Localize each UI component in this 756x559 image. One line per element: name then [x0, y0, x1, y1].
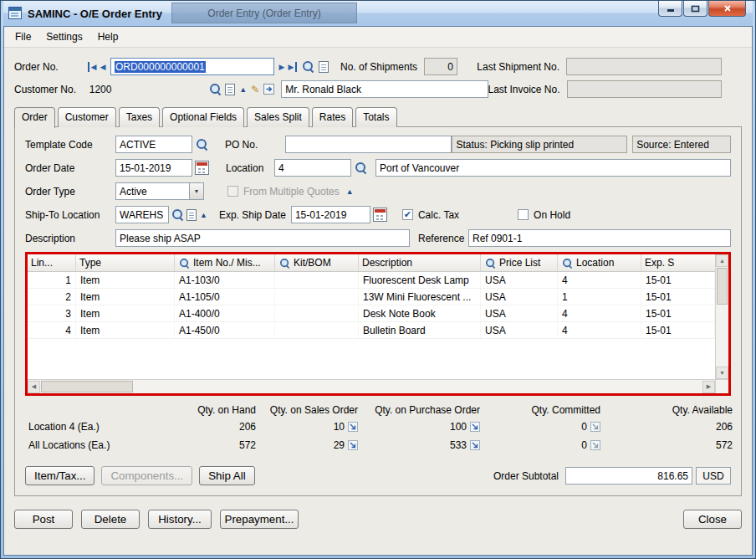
cell-kit-bom[interactable] [275, 322, 359, 338]
po-no-input[interactable] [285, 136, 452, 153]
ship-to-zoom-icon[interactable]: ▲ [200, 211, 207, 219]
menu-settings[interactable]: Settings [38, 28, 89, 46]
previous-record-button[interactable]: ◀ [98, 62, 108, 72]
drilldown-icon[interactable] [470, 440, 480, 450]
last-record-button[interactable]: ▶ [287, 62, 297, 72]
cell-price-list[interactable]: USA [481, 289, 558, 305]
location-input[interactable]: 4 [274, 159, 351, 177]
template-finder-icon[interactable] [196, 138, 208, 151]
exp-ship-date-calendar-icon[interactable] [373, 208, 387, 222]
kit-finder-icon[interactable] [279, 258, 290, 269]
ship-to-new-icon[interactable] [186, 209, 197, 221]
exp-ship-date-input[interactable]: 15-01-2019 [291, 206, 370, 223]
new-customer-icon[interactable] [225, 84, 235, 95]
grid-row-2[interactable]: 2 Item A1-105/0 13W Mini Fluorescent ...… [28, 289, 715, 305]
description-input[interactable]: Please ship ASAP [115, 229, 410, 247]
cell-price-list[interactable]: USA [481, 322, 558, 338]
customer-no-input[interactable]: 1200 [88, 84, 210, 95]
drilldown-icon[interactable] [470, 422, 480, 432]
scroll-down-icon[interactable]: ▼ [716, 367, 728, 379]
cell-exp-ship[interactable]: 15-01 [641, 289, 715, 305]
grid-location-finder-icon[interactable] [562, 258, 573, 269]
cell-exp-ship[interactable]: 15-01 [641, 305, 715, 321]
cell-location[interactable]: 1 [558, 289, 641, 305]
calc-tax-checkbox[interactable]: ✔ [402, 209, 413, 220]
cell-item-no[interactable]: A1-103/0 [175, 272, 275, 288]
grid-row-4[interactable]: 4 Item A1-450/0 Bulletin Board USA 4 15-… [28, 322, 715, 339]
scroll-left-icon[interactable]: ◀ [28, 381, 40, 393]
item-finder-icon[interactable] [179, 258, 190, 269]
grid-row-1[interactable]: 1 Item A1-103/0 Fluorescent Desk Lamp US… [28, 272, 715, 289]
tab-rates[interactable]: Rates [312, 107, 353, 127]
cell-type[interactable]: Item [76, 289, 175, 305]
grid-vertical-scrollbar[interactable]: ▲ ▼ [715, 254, 728, 379]
drilldown-icon[interactable] [348, 422, 358, 432]
on-hold-checkbox[interactable] [518, 209, 529, 220]
cell-location[interactable]: 4 [558, 305, 641, 321]
cell-line[interactable]: 3 [28, 305, 76, 321]
horizontal-scroll-thumb[interactable] [41, 381, 133, 392]
close-window-button[interactable] [708, 1, 746, 17]
dropdown-arrow-icon[interactable]: ▼ [189, 183, 203, 199]
reference-input[interactable]: Ref 0901-1 [468, 229, 731, 247]
template-code-input[interactable]: ACTIVE [115, 136, 192, 153]
customer-finder-icon[interactable] [209, 83, 222, 95]
vertical-scroll-thumb[interactable] [717, 268, 728, 305]
order-no-input[interactable]: ORD000000000001 [110, 58, 274, 75]
close-button[interactable]: Close [683, 510, 742, 529]
post-button[interactable]: Post [14, 510, 73, 529]
cell-kit-bom[interactable] [275, 272, 359, 288]
cell-kit-bom[interactable] [275, 289, 359, 305]
cell-type[interactable]: Item [76, 322, 175, 338]
cell-description[interactable]: Bulletin Board [359, 322, 481, 338]
grid-row-3[interactable]: 3 Item A1-400/0 Desk Note Book USA 4 15-… [28, 305, 715, 322]
scroll-up-icon[interactable]: ▲ [716, 254, 728, 267]
tab-taxes[interactable]: Taxes [119, 107, 160, 127]
cell-item-no[interactable]: A1-400/0 [175, 305, 275, 321]
tab-order[interactable]: Order [14, 107, 55, 128]
scroll-right-icon[interactable]: ▶ [702, 381, 715, 393]
order-finder-icon[interactable] [302, 60, 314, 73]
cell-type[interactable]: Item [76, 272, 175, 288]
cell-type[interactable]: Item [76, 305, 175, 321]
cell-exp-ship[interactable]: 15-01 [641, 322, 715, 338]
tab-optional-fields[interactable]: Optional Fields [162, 107, 244, 127]
tab-totals[interactable]: Totals [355, 107, 396, 127]
order-date-input[interactable]: 15-01-2019 [115, 159, 192, 177]
cell-item-no[interactable]: A1-105/0 [175, 289, 275, 305]
cell-exp-ship[interactable]: 15-01 [641, 272, 715, 288]
new-order-icon[interactable] [319, 61, 329, 73]
cell-price-list[interactable]: USA [481, 305, 558, 321]
cell-line[interactable]: 4 [28, 322, 76, 338]
cell-location[interactable]: 4 [558, 322, 641, 338]
cell-price-list[interactable]: USA [481, 272, 558, 288]
location-finder-icon[interactable] [355, 162, 367, 174]
maximize-button[interactable] [683, 1, 707, 17]
ship-to-finder-icon[interactable] [171, 208, 184, 221]
menu-help[interactable]: Help [90, 28, 126, 46]
customer-inquiry-icon[interactable] [263, 84, 274, 95]
minimize-button[interactable] [658, 1, 682, 17]
history-button[interactable]: History... [148, 510, 212, 529]
ship-to-input[interactable]: WAREHS [115, 206, 169, 223]
cell-location[interactable]: 4 [558, 272, 641, 288]
cell-line[interactable]: 1 [28, 272, 76, 288]
first-record-button[interactable]: ◀ [88, 62, 98, 72]
tab-customer[interactable]: Customer [58, 107, 116, 127]
cell-kit-bom[interactable] [275, 305, 359, 321]
menu-file[interactable]: File [8, 28, 38, 46]
order-date-calendar-icon[interactable] [195, 161, 209, 175]
next-record-button[interactable]: ▶ [277, 62, 287, 72]
grid-horizontal-scrollbar[interactable]: ◀ ▶ [28, 379, 728, 393]
item-tax-button[interactable]: Item/Tax... [25, 466, 94, 485]
quotes-zoom-icon[interactable]: ▲ [346, 187, 354, 196]
drilldown-icon[interactable] [348, 440, 358, 450]
edit-customer-icon[interactable]: ✎ [251, 84, 259, 95]
prepayment-button[interactable]: Prepayment... [220, 510, 299, 529]
customer-zoom-icon[interactable]: ▲ [239, 85, 247, 94]
cell-item-no[interactable]: A1-450/0 [175, 322, 275, 338]
cell-line[interactable]: 2 [28, 289, 76, 305]
order-type-dropdown[interactable]: Active ▼ [115, 182, 204, 200]
cell-description[interactable]: 13W Mini Fluorescent ... [359, 289, 481, 305]
delete-button[interactable]: Delete [81, 510, 140, 529]
